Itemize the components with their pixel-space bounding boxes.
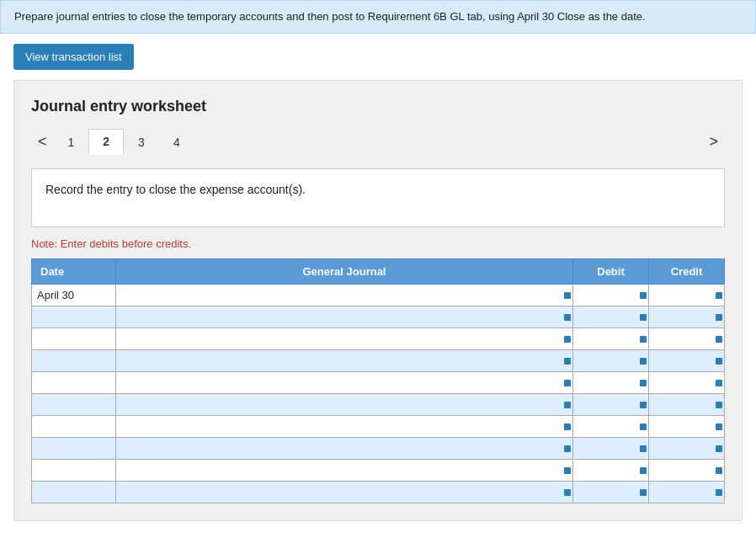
credit-input[interactable] xyxy=(649,416,724,437)
tab-4[interactable]: 4 xyxy=(159,130,194,155)
col-debit: Debit xyxy=(573,259,649,285)
tab-1[interactable]: 1 xyxy=(54,130,89,155)
debit-input[interactable] xyxy=(573,416,648,437)
debit-input[interactable] xyxy=(573,394,648,415)
journal-input-cell[interactable] xyxy=(116,438,573,460)
cell-marker xyxy=(716,358,722,365)
buttons-row: Record entry Clear entry View general jo… xyxy=(0,535,756,538)
debit-input-cell[interactable] xyxy=(573,285,649,306)
journal-input[interactable] xyxy=(116,328,572,349)
credit-input-cell[interactable] xyxy=(649,285,725,306)
journal-input[interactable] xyxy=(116,350,572,371)
debit-input[interactable] xyxy=(573,306,648,328)
debit-input-cell[interactable] xyxy=(573,328,649,350)
journal-input[interactable] xyxy=(116,306,572,328)
journal-input-cell[interactable] xyxy=(116,328,573,350)
col-date: Date xyxy=(32,259,116,285)
credit-input-cell[interactable] xyxy=(649,350,725,372)
credit-input-cell[interactable] xyxy=(649,394,725,416)
cell-marker xyxy=(640,423,647,430)
table-row xyxy=(32,306,725,328)
debit-input-cell[interactable] xyxy=(573,460,649,482)
journal-input[interactable] xyxy=(116,460,572,481)
debit-input[interactable] xyxy=(573,285,648,306)
debit-input-cell[interactable] xyxy=(573,438,649,460)
credit-input[interactable] xyxy=(649,372,724,393)
credit-input-cell[interactable] xyxy=(649,416,725,438)
date-cell: April 30 xyxy=(32,285,116,306)
tab-prev-button[interactable]: < xyxy=(31,130,54,154)
instruction-text: Prepare journal entries to close the tem… xyxy=(14,10,646,23)
credit-input[interactable] xyxy=(649,306,724,328)
debit-input[interactable] xyxy=(573,372,648,393)
credit-input[interactable] xyxy=(649,350,724,371)
credit-input-cell[interactable] xyxy=(649,372,725,394)
cell-marker xyxy=(716,380,722,386)
journal-input-cell[interactable] xyxy=(116,350,573,372)
debit-input-cell[interactable] xyxy=(573,306,649,328)
credit-input[interactable] xyxy=(649,394,724,415)
table-row xyxy=(32,394,725,416)
journal-input-cell[interactable] xyxy=(116,460,573,482)
journal-input-cell[interactable] xyxy=(116,394,573,416)
debit-input-cell[interactable] xyxy=(573,372,649,394)
cell-marker xyxy=(640,292,647,299)
credit-input-cell[interactable] xyxy=(649,460,725,482)
entry-instruction-text: Record the entry to close the expense ac… xyxy=(45,183,306,196)
debit-input-cell[interactable] xyxy=(573,350,649,372)
journal-input[interactable] xyxy=(116,394,572,415)
credit-input-cell[interactable] xyxy=(649,482,725,503)
credit-input-cell[interactable] xyxy=(649,328,725,350)
tab-2[interactable]: 2 xyxy=(88,129,124,155)
cell-marker xyxy=(640,358,647,365)
view-transaction-button[interactable]: View transaction list xyxy=(13,44,134,70)
cell-marker xyxy=(564,380,571,386)
credit-input-cell[interactable] xyxy=(649,306,725,328)
cell-marker xyxy=(640,314,647,321)
credit-input[interactable] xyxy=(649,438,724,459)
entry-instruction-box: Record the entry to close the expense ac… xyxy=(31,168,725,227)
table-row xyxy=(32,438,725,460)
debit-input[interactable] xyxy=(573,460,648,481)
journal-input-cell[interactable] xyxy=(116,372,573,394)
table-row xyxy=(32,460,725,482)
table-row xyxy=(32,350,725,372)
cell-marker xyxy=(716,314,722,321)
debit-input[interactable] xyxy=(573,350,648,371)
credit-input[interactable] xyxy=(649,328,724,349)
date-cell xyxy=(32,482,116,503)
date-cell xyxy=(32,328,116,350)
journal-input[interactable] xyxy=(116,285,572,306)
journal-input-cell[interactable] xyxy=(116,285,573,306)
credit-input[interactable] xyxy=(649,460,724,481)
journal-input[interactable] xyxy=(116,372,572,393)
credit-input[interactable] xyxy=(649,285,724,306)
credit-input-cell[interactable] xyxy=(649,438,725,460)
journal-input[interactable] xyxy=(116,482,572,503)
cell-marker xyxy=(716,489,722,496)
tab-3[interactable]: 3 xyxy=(124,130,159,155)
debit-input-cell[interactable] xyxy=(573,416,649,438)
debit-input-cell[interactable] xyxy=(573,482,649,503)
cell-marker xyxy=(716,336,722,343)
debit-input[interactable] xyxy=(573,328,648,349)
table-row xyxy=(32,482,725,503)
cell-marker xyxy=(564,336,571,343)
journal-input[interactable] xyxy=(116,416,572,437)
journal-input[interactable] xyxy=(116,438,572,459)
journal-input-cell[interactable] xyxy=(116,306,573,328)
table-row xyxy=(32,372,725,394)
instruction-bar: Prepare journal entries to close the tem… xyxy=(0,0,756,34)
debit-input-cell[interactable] xyxy=(573,394,649,416)
journal-input-cell[interactable] xyxy=(116,416,573,438)
worksheet-container: Journal entry worksheet < 1 2 3 4 > Reco… xyxy=(13,80,743,521)
tab-next-button[interactable]: > xyxy=(702,130,725,154)
cell-marker xyxy=(716,292,722,299)
date-cell xyxy=(32,416,116,438)
debit-input[interactable] xyxy=(573,438,648,459)
credit-input[interactable] xyxy=(649,482,724,503)
debit-input[interactable] xyxy=(573,482,648,503)
col-credit: Credit xyxy=(649,259,725,285)
journal-input-cell[interactable] xyxy=(116,482,573,503)
cell-marker xyxy=(564,445,571,452)
